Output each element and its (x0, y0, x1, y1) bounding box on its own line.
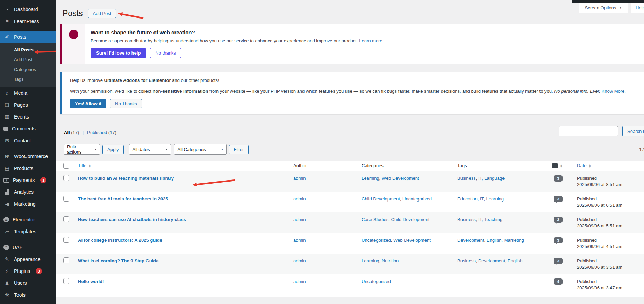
tag-link[interactable]: Marketing (504, 238, 524, 243)
sidebar-item-products[interactable]: ▤Products (0, 162, 56, 174)
comment-count-bubble[interactable]: 3 (554, 175, 563, 182)
row-checkbox[interactable] (63, 216, 69, 222)
category-link[interactable]: Child Development (391, 217, 430, 222)
category-link[interactable]: Child Development (362, 196, 400, 202)
help-button[interactable]: Help (631, 3, 644, 13)
sidebar-item-contact[interactable]: ✉Contact (0, 135, 56, 147)
sidebar-item-analytics[interactable]: ▟Analytics (0, 186, 56, 198)
sidebar-item-payments[interactable]: $Payments1 (0, 174, 56, 186)
categories-filter-select[interactable]: All Categories ▾ (174, 144, 227, 155)
sidebar-item-posts[interactable]: ✐Posts (0, 31, 56, 43)
tag-link[interactable]: English (508, 258, 523, 263)
filter-button[interactable]: Filter (229, 145, 249, 154)
column-header-date[interactable]: Date (577, 163, 586, 168)
row-checkbox[interactable] (63, 237, 69, 243)
comment-count-bubble[interactable]: 3 (554, 258, 563, 264)
category-link[interactable]: Learning (362, 176, 379, 181)
category-link[interactable]: Case Studies (362, 217, 388, 222)
tag-link[interactable]: Education (457, 196, 478, 202)
tag-link[interactable]: English (487, 238, 502, 243)
row-checkbox[interactable] (63, 257, 69, 263)
apply-button[interactable]: Apply (102, 145, 124, 154)
author-link[interactable]: admin (293, 238, 306, 243)
sidebar-subitem-all-posts[interactable]: All Posts (0, 45, 56, 55)
sidebar-item-tools[interactable]: ⚒Tools (0, 289, 56, 301)
tag-link[interactable]: Business (457, 217, 476, 222)
sidebar-item-dashboard[interactable]: ◔Dashboard (0, 3, 56, 15)
comment-count-bubble[interactable]: 3 (554, 217, 563, 223)
sidebar-item-events[interactable]: ▦Events (0, 111, 56, 123)
uae-notice-italic: No personal info. Ever. (554, 89, 600, 94)
tag-link[interactable]: IT (478, 176, 482, 181)
sidebar-item-comments[interactable]: Comments (0, 123, 56, 135)
elementor-accept-button[interactable]: Sure! I'd love to help (91, 48, 146, 58)
tag-link[interactable]: IT (480, 196, 484, 202)
column-header-title[interactable]: Title (78, 163, 86, 168)
sidebar-item-templates[interactable]: ▱Templates (0, 226, 56, 238)
sidebar-item-appearance[interactable]: ✎Appearance (0, 253, 56, 265)
tag-link[interactable]: Learning (486, 196, 504, 202)
category-link[interactable]: Web Development (393, 238, 431, 243)
author-link[interactable]: admin (293, 176, 306, 181)
category-link[interactable]: Nutrition (382, 258, 399, 263)
author-link[interactable]: admin (293, 217, 306, 222)
category-link[interactable]: Uncategorized (362, 238, 391, 243)
view-published-link[interactable]: Published (87, 130, 107, 135)
view-all-link[interactable]: All (64, 130, 70, 135)
tag-link[interactable]: Business (457, 176, 476, 181)
tag-link[interactable]: Development (457, 238, 484, 243)
know-more-link[interactable]: Know More. (600, 89, 626, 94)
search-input[interactable] (559, 126, 618, 136)
tag-link[interactable]: Business (457, 258, 476, 263)
category-link[interactable]: Learning (362, 258, 379, 263)
sidebar-subitem-tags[interactable]: Tags (0, 75, 56, 84)
tag-link[interactable]: Development (478, 258, 505, 263)
uae-allow-button[interactable]: Yes! Allow it (70, 99, 106, 108)
chevron-down-icon: ▼ (619, 6, 622, 9)
uae-decline-button[interactable]: No Thanks (110, 99, 142, 108)
menu-item-label: Products (14, 165, 33, 171)
sidebar-item-media[interactable]: ♫Media (0, 87, 56, 99)
sidebar-item-learnpress[interactable]: ⚑LearnPress (0, 15, 56, 27)
sidebar-item-elementor[interactable]: ≣Elementor (0, 214, 56, 226)
comments-column-icon[interactable] (552, 163, 558, 168)
elementor-decline-button[interactable]: No thanks (150, 48, 181, 58)
author-link[interactable]: admin (293, 279, 306, 284)
bulk-actions-select[interactable]: Bulk actions ▾ (64, 144, 100, 155)
learn-more-link[interactable]: Learn more. (359, 38, 384, 43)
comment-count-bubble[interactable]: 3 (554, 237, 563, 243)
post-title-link[interactable]: How teachers can use AI chatbots in hist… (78, 217, 186, 222)
row-checkbox[interactable] (63, 196, 69, 202)
author-link[interactable]: admin (293, 258, 306, 263)
post-title-link[interactable]: Hello world! (78, 279, 104, 284)
category-link[interactable]: Uncategorized (362, 279, 391, 284)
sidebar-item-marketing[interactable]: ◀Marketing (0, 198, 56, 210)
sidebar-subitem-categories[interactable]: Categories (0, 65, 56, 75)
tag-link[interactable]: Teaching (484, 217, 502, 222)
row-checkbox[interactable] (63, 278, 69, 284)
sidebar-item-users[interactable]: ♟Users (0, 277, 56, 289)
sidebar-item-uae[interactable]: ≡UAE (0, 241, 56, 253)
comment-count-bubble[interactable]: 3 (554, 196, 563, 202)
post-title-link[interactable]: The best free AI tools for teachers in 2… (78, 196, 168, 202)
tag-link[interactable]: IT (478, 217, 482, 222)
category-link[interactable]: Web Development (382, 176, 419, 181)
select-all-checkbox[interactable] (63, 163, 69, 169)
sidebar-item-woocommerce[interactable]: WWooCommerce (0, 150, 56, 162)
row-checkbox[interactable] (63, 175, 69, 181)
dates-filter-select[interactable]: All dates ▾ (129, 144, 171, 155)
sort-desc-icon: ▼ (88, 166, 91, 168)
search-posts-button[interactable]: Search Posts (622, 126, 644, 136)
post-title-link[interactable]: What Is eLearning? The 9-Step Guide (78, 258, 158, 263)
comment-count-bubble[interactable]: 4 (554, 278, 563, 285)
sidebar-item-plugins[interactable]: ⚡Plugins3 (0, 265, 56, 277)
add-post-button[interactable]: Add Post (88, 9, 116, 18)
screen-options-button[interactable]: Screen Options ▼ (579, 3, 628, 13)
category-link[interactable]: Uncategorized (402, 196, 432, 202)
author-link[interactable]: admin (293, 196, 306, 202)
sidebar-subitem-add-post[interactable]: Add Post (0, 55, 56, 65)
post-title-link[interactable]: How to build an AI teaching materials li… (78, 176, 174, 181)
sidebar-item-pages[interactable]: ❏Pages (0, 99, 56, 111)
tag-link[interactable]: Language (484, 176, 505, 181)
post-title-link[interactable]: AI for college instructors: A 2025 guide (78, 238, 162, 243)
